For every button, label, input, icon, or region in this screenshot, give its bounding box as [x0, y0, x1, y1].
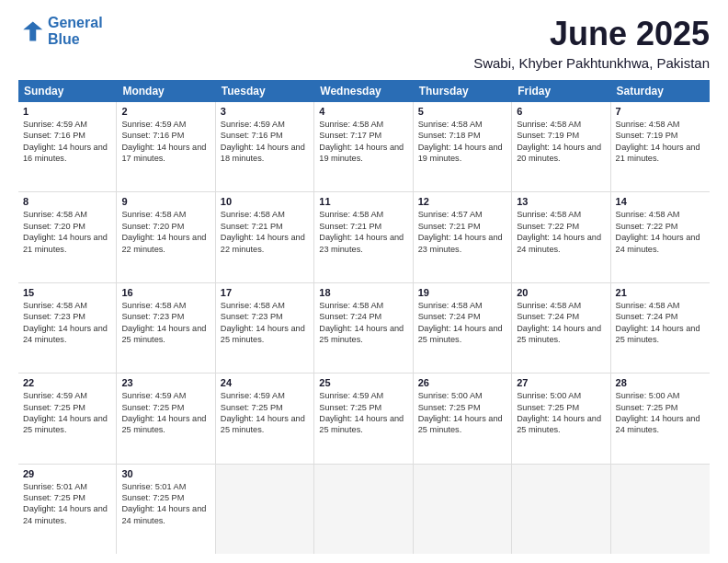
day-21: 21 Sunrise: 4:58 AM Sunset: 7:24 PM Dayl… [611, 283, 710, 373]
day-13: 13 Sunrise: 4:58 AM Sunset: 7:22 PM Dayl… [512, 192, 610, 282]
header-sunday: Sunday [18, 80, 117, 102]
empty-cell-2 [314, 465, 413, 554]
day-16: 16 Sunrise: 4:58 AM Sunset: 7:23 PM Dayl… [117, 283, 215, 373]
day-22: 22 Sunrise: 4:59 AM Sunset: 7:25 PM Dayl… [18, 373, 117, 463]
empty-cell-1 [216, 465, 314, 554]
page: General Blue June 2025 Swabi, Khyber Pak… [0, 0, 728, 563]
day-24: 24 Sunrise: 4:59 AM Sunset: 7:25 PM Dayl… [216, 373, 314, 463]
title-block: June 2025 Swabi, Khyber Pakhtunkhwa, Pak… [473, 15, 710, 71]
week-row-1: 1 Sunrise: 4:59 AM Sunset: 7:16 PM Dayli… [18, 102, 710, 192]
day-25: 25 Sunrise: 4:59 AM Sunset: 7:25 PM Dayl… [314, 373, 413, 463]
day-11: 11 Sunrise: 4:58 AM Sunset: 7:21 PM Dayl… [314, 192, 413, 282]
svg-marker-0 [23, 21, 42, 40]
logo: General Blue [18, 15, 103, 47]
day-23: 23 Sunrise: 4:59 AM Sunset: 7:25 PM Dayl… [117, 373, 215, 463]
day-2: 2 Sunrise: 4:59 AM Sunset: 7:16 PM Dayli… [117, 102, 215, 191]
day-14: 14 Sunrise: 4:58 AM Sunset: 7:22 PM Dayl… [611, 192, 710, 282]
week-row-4: 22 Sunrise: 4:59 AM Sunset: 7:25 PM Dayl… [18, 373, 710, 464]
day-1: 1 Sunrise: 4:59 AM Sunset: 7:16 PM Dayli… [18, 102, 117, 191]
empty-cell-3 [414, 465, 512, 554]
day-3: 3 Sunrise: 4:59 AM Sunset: 7:16 PM Dayli… [216, 102, 314, 191]
logo-icon [18, 18, 44, 44]
day-4: 4 Sunrise: 4:58 AM Sunset: 7:17 PM Dayli… [314, 102, 413, 191]
header-friday: Friday [512, 80, 610, 102]
day-30: 30 Sunrise: 5:01 AM Sunset: 7:25 PM Dayl… [117, 465, 215, 554]
header-monday: Monday [117, 80, 215, 102]
week-row-2: 8 Sunrise: 4:58 AM Sunset: 7:20 PM Dayli… [18, 192, 710, 282]
header: General Blue June 2025 Swabi, Khyber Pak… [18, 15, 710, 71]
logo-text: General Blue [48, 15, 103, 47]
day-6: 6 Sunrise: 4:58 AM Sunset: 7:19 PM Dayli… [512, 102, 610, 191]
day-5: 5 Sunrise: 4:58 AM Sunset: 7:18 PM Dayli… [414, 102, 512, 191]
day-27: 27 Sunrise: 5:00 AM Sunset: 7:25 PM Dayl… [512, 373, 610, 463]
day-15: 15 Sunrise: 4:58 AM Sunset: 7:23 PM Dayl… [18, 283, 117, 373]
calendar-header: Sunday Monday Tuesday Wednesday Thursday… [18, 80, 710, 102]
calendar-body: 1 Sunrise: 4:59 AM Sunset: 7:16 PM Dayli… [18, 102, 710, 554]
empty-cell-4 [512, 465, 610, 554]
day-12: 12 Sunrise: 4:57 AM Sunset: 7:21 PM Dayl… [414, 192, 512, 282]
day-20: 20 Sunrise: 4:58 AM Sunset: 7:24 PM Dayl… [512, 283, 610, 373]
week-row-3: 15 Sunrise: 4:58 AM Sunset: 7:23 PM Dayl… [18, 283, 710, 373]
calendar: Sunday Monday Tuesday Wednesday Thursday… [18, 80, 710, 554]
day-8: 8 Sunrise: 4:58 AM Sunset: 7:20 PM Dayli… [18, 192, 117, 282]
day-17: 17 Sunrise: 4:58 AM Sunset: 7:23 PM Dayl… [216, 283, 314, 373]
day-10: 10 Sunrise: 4:58 AM Sunset: 7:21 PM Dayl… [216, 192, 314, 282]
header-thursday: Thursday [414, 80, 512, 102]
main-title: June 2025 [473, 15, 710, 53]
logo-general: General [48, 15, 103, 30]
empty-cell-5 [611, 465, 710, 554]
subtitle: Swabi, Khyber Pakhtunkhwa, Pakistan [473, 55, 710, 71]
header-wednesday: Wednesday [314, 80, 413, 102]
day-9: 9 Sunrise: 4:58 AM Sunset: 7:20 PM Dayli… [117, 192, 215, 282]
header-tuesday: Tuesday [216, 80, 314, 102]
day-7: 7 Sunrise: 4:58 AM Sunset: 7:19 PM Dayli… [611, 102, 710, 191]
header-saturday: Saturday [611, 80, 710, 102]
day-18: 18 Sunrise: 4:58 AM Sunset: 7:24 PM Dayl… [314, 283, 413, 373]
logo-blue: Blue [48, 31, 80, 47]
day-26: 26 Sunrise: 5:00 AM Sunset: 7:25 PM Dayl… [414, 373, 512, 463]
week-row-5: 29 Sunrise: 5:01 AM Sunset: 7:25 PM Dayl… [18, 465, 710, 554]
day-19: 19 Sunrise: 4:58 AM Sunset: 7:24 PM Dayl… [414, 283, 512, 373]
day-28: 28 Sunrise: 5:00 AM Sunset: 7:25 PM Dayl… [611, 373, 710, 463]
day-29: 29 Sunrise: 5:01 AM Sunset: 7:25 PM Dayl… [18, 465, 117, 554]
